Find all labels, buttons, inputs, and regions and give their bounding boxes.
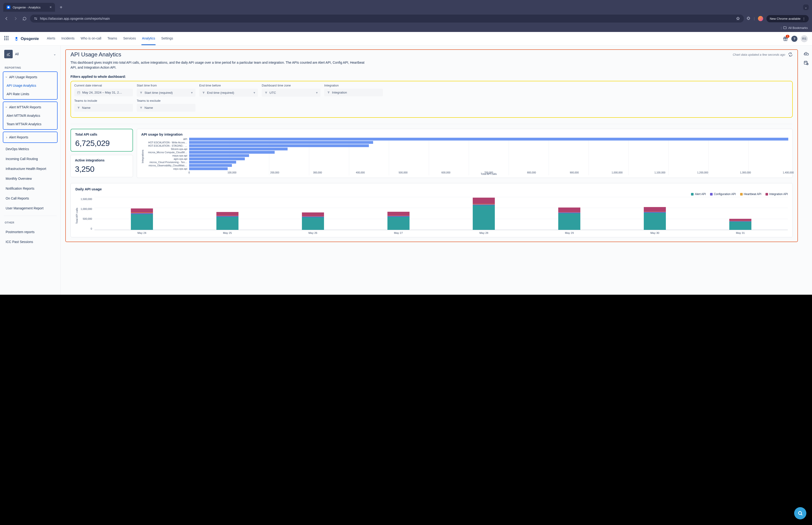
hbar-bar[interactable]: [189, 167, 228, 170]
daily-stack[interactable]: [387, 212, 410, 230]
forward-button[interactable]: [12, 15, 19, 22]
legend-item[interactable]: Configuration API: [710, 193, 736, 196]
sidebar-item[interactable]: Notification Reports: [3, 184, 58, 193]
filter-control[interactable]: May 24, 2024 – May 31, 2…: [74, 89, 133, 96]
chevron-down-icon: ▾: [316, 91, 318, 94]
url-text: https://atlassian.app.opsgenie.com/repor…: [40, 17, 734, 20]
nav-alerts[interactable]: Alerts: [46, 32, 56, 45]
hbar-bar[interactable]: [189, 151, 275, 154]
filter-control[interactable]: Name: [74, 104, 133, 111]
filter-label: End time before: [199, 84, 258, 87]
hbar-bar[interactable]: [189, 161, 236, 164]
daily-stack[interactable]: [216, 212, 239, 230]
browser-tab[interactable]: Opsgenie - Analytics ×: [3, 3, 55, 12]
chart-api-usage-by-integration: API usage by integration Integrations AP…: [137, 129, 793, 178]
extensions-icon[interactable]: [746, 16, 751, 21]
reload-button[interactable]: [21, 15, 28, 22]
sidebar-group-toggle[interactable]: Alert Reports: [3, 133, 57, 141]
stack-segment: [473, 198, 495, 204]
hbar-bar[interactable]: [189, 138, 788, 140]
filter-control[interactable]: End time (required)▾: [199, 89, 258, 96]
filter: IntegrationIntegration: [324, 84, 383, 96]
close-tab-icon[interactable]: ×: [49, 5, 52, 10]
sidebar-item[interactable]: DevOps Metrics: [3, 145, 58, 153]
new-tab-button[interactable]: +: [57, 3, 65, 12]
sidebar-group: Alert Reports: [3, 132, 58, 143]
filter: End time beforeEnd time (required)▾: [199, 84, 258, 96]
gift-button[interactable]: 1: [783, 36, 788, 41]
metric-active-integrations: Active integrations 3,250: [71, 155, 133, 177]
filter-control[interactable]: Start time (required)▾: [137, 89, 196, 96]
filter-label: Integration: [324, 84, 383, 87]
legend-item[interactable]: Heartbeat API: [740, 193, 762, 196]
nav-who-is-on-call[interactable]: Who is on-call: [80, 32, 102, 45]
svg-point-0: [34, 18, 35, 18]
sidebar-group-toggle[interactable]: Alert MTTA/R Reports: [3, 103, 57, 111]
download-icon[interactable]: [803, 51, 809, 56]
tab-strip: Opsgenie - Analytics × + ⌄: [0, 0, 812, 13]
hbar-bar[interactable]: [189, 158, 245, 160]
nav-incidents[interactable]: Incidents: [61, 32, 75, 45]
tabs-dropdown-icon[interactable]: ⌄: [803, 4, 809, 10]
filter-label: Current date interval: [74, 84, 133, 87]
daily-stack[interactable]: [131, 208, 153, 230]
hbar-bar[interactable]: [189, 164, 232, 167]
svg-rect-7: [78, 91, 80, 93]
legend-item[interactable]: Alert API: [691, 193, 706, 196]
help-button[interactable]: ?: [791, 36, 797, 42]
filter-label: Dashboard time zone: [262, 84, 321, 87]
back-button[interactable]: [3, 15, 10, 22]
filter-control[interactable]: Name: [137, 104, 196, 111]
sidebar-item[interactable]: User Management Report: [3, 204, 58, 212]
daily-stack[interactable]: [558, 208, 580, 230]
daily-stack[interactable]: [473, 198, 495, 230]
nav-settings[interactable]: Settings: [161, 32, 174, 45]
nav-analytics[interactable]: Analytics: [141, 32, 155, 45]
star-icon[interactable]: [736, 16, 740, 21]
daily-stack[interactable]: [729, 219, 751, 230]
svg-point-2: [16, 37, 17, 39]
bookmarks-folder-icon[interactable]: [783, 26, 787, 30]
user-avatar[interactable]: RS: [801, 35, 808, 42]
sidebar-item[interactable]: ICC Past Sessions: [3, 238, 58, 246]
stack-segment: [558, 213, 580, 230]
sidebar-item[interactable]: Postmortem reports: [3, 228, 58, 236]
refresh-icon[interactable]: [788, 52, 793, 57]
sidebar-item[interactable]: API Rate Limits: [3, 90, 57, 98]
stack-segment: [558, 208, 580, 212]
hbar-bar[interactable]: [189, 154, 249, 157]
filter-control[interactable]: UTC▾: [262, 89, 321, 96]
calendar-icon: [77, 91, 80, 94]
hbar-bar[interactable]: [189, 148, 288, 150]
sidebar-item[interactable]: Monthly Overview: [3, 174, 58, 183]
sidebar-item[interactable]: Incoming Call Routing: [3, 155, 58, 163]
sidebar-scope-selector[interactable]: All ⌄: [3, 49, 58, 59]
filter-control[interactable]: Integration: [324, 89, 383, 96]
profile-avatar-icon[interactable]: [758, 16, 763, 21]
sidebar-item[interactable]: Infrastructure Health Report: [3, 165, 58, 173]
chevron-down-icon: ▾: [254, 91, 255, 94]
nav-services[interactable]: Services: [123, 32, 136, 45]
sidebar-item[interactable]: Alert MTTA/R Analytics: [3, 111, 57, 120]
sidebar-group-toggle[interactable]: API Usage Reports: [3, 73, 57, 81]
sidebar-item[interactable]: API Usage Analytics: [3, 81, 57, 90]
stack-segment: [729, 219, 751, 221]
brand[interactable]: Opsgenie: [14, 36, 39, 41]
url-field[interactable]: https://atlassian.app.opsgenie.com/repor…: [30, 15, 744, 22]
sidebar-item[interactable]: On Call Reports: [3, 194, 58, 202]
hbar-bar[interactable]: [189, 141, 373, 144]
site-settings-icon[interactable]: [34, 17, 37, 20]
sidebar-item[interactable]: Team MTTA/R Analytics: [3, 120, 57, 128]
all-bookmarks-link[interactable]: All Bookmarks: [788, 26, 808, 30]
sidebar: All ⌄ REPORTING API Usage ReportsAPI Usa…: [0, 46, 61, 295]
hbar-bar[interactable]: [189, 144, 369, 147]
schedule-icon[interactable]: [803, 60, 809, 65]
app-switcher-icon[interactable]: [4, 36, 10, 42]
daily-stack[interactable]: [644, 207, 666, 230]
legend-item[interactable]: Integration API: [765, 193, 788, 196]
daily-stack[interactable]: [302, 212, 324, 230]
nav-teams[interactable]: Teams: [107, 32, 118, 45]
filter-value: UTC: [270, 91, 276, 94]
new-chrome-pill[interactable]: New Chrome available ⋮: [766, 15, 809, 22]
kebab-icon: ⋮: [802, 17, 806, 20]
